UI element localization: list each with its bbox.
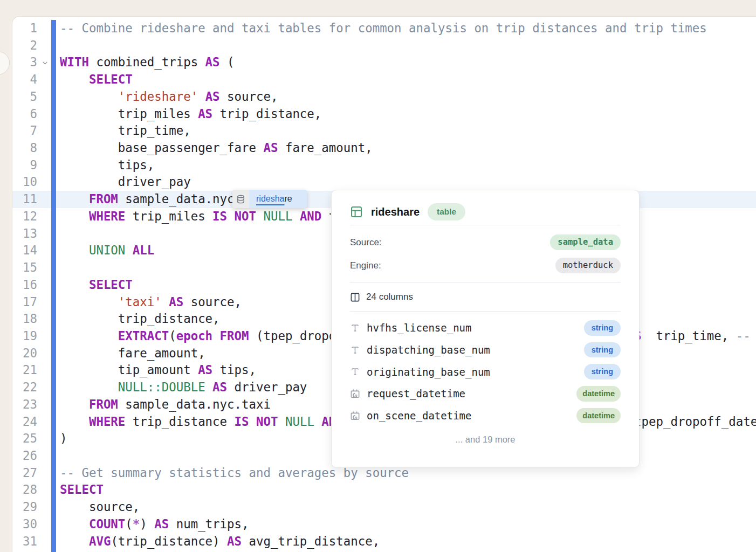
code-line[interactable]: 31 AVG(trip_distance) AS avg_trip_distan… xyxy=(12,533,756,550)
more-columns-label: ... and 19 more xyxy=(350,426,621,452)
text-type-icon xyxy=(350,345,362,355)
code-text: 'rideshare' AS source, xyxy=(60,88,278,106)
line-number: 1 xyxy=(12,20,37,37)
line-number: 14 xyxy=(12,242,37,259)
code-line[interactable]: 7 trip_time, xyxy=(12,122,756,140)
line-number: 28 xyxy=(12,481,37,499)
column-name: dispatching_base_num xyxy=(367,344,490,356)
popup-field-row: Source:sample_data xyxy=(350,231,621,254)
columns-count-row: 24 columns xyxy=(350,283,621,311)
column-row: originating_base_numstring xyxy=(350,361,621,383)
popup-columns: hvfhs_license_numstringdispatching_base_… xyxy=(350,312,621,426)
line-number: 18 xyxy=(12,310,37,328)
code-line[interactable]: 10 driver_pay xyxy=(12,174,756,191)
line-number: 12 xyxy=(12,208,37,225)
line-number: 22 xyxy=(12,379,37,396)
column-type-badge: datetime xyxy=(576,386,621,402)
line-number: 30 xyxy=(12,516,37,533)
columns-count-label: 24 columns xyxy=(366,292,413,302)
code-line[interactable]: 32 AVG(trip_time) AS avg_trip_time, xyxy=(12,550,756,552)
line-number: 10 xyxy=(12,174,37,191)
table-type-badge: table xyxy=(428,203,465,220)
autocomplete-item-rideshare[interactable]: rideshare xyxy=(249,190,307,208)
line-number: 31 xyxy=(12,533,37,550)
autocomplete-match-text: ridesha xyxy=(256,194,284,204)
column-row: hvfhs_license_numstring xyxy=(350,317,621,339)
code-line[interactable]: 3WITH combined_trips AS ( xyxy=(12,54,756,71)
code-line[interactable]: 5 'rideshare' AS source, xyxy=(12,88,756,106)
line-number: 9 xyxy=(12,157,37,174)
code-text: -- Combine rideshare and taxi tables for… xyxy=(60,20,707,37)
code-text: source, xyxy=(60,499,140,516)
code-line[interactable]: 1-- Combine rideshare and taxi tables fo… xyxy=(12,20,756,37)
column-row: dispatching_base_numstring xyxy=(350,339,621,361)
column-name: on_scene_datetime xyxy=(367,410,471,422)
table-info-popup: rideshare table Source:sample_dataEngine… xyxy=(331,190,640,468)
code-line[interactable]: 28SELECT xyxy=(12,481,756,499)
line-number: 13 xyxy=(12,225,37,243)
code-text: driver_pay xyxy=(60,174,191,191)
line-number: 8 xyxy=(12,140,37,157)
column-row: request_datetimedatetime xyxy=(350,383,621,405)
code-text: trip_miles AS trip_distance, xyxy=(60,106,321,123)
popup-header: rideshare table xyxy=(350,199,621,225)
code-line[interactable]: 9 tips, xyxy=(12,157,756,174)
code-text: FROM sample_data.nyc.taxi xyxy=(60,396,271,413)
table-icon xyxy=(350,205,363,218)
fold-chevron-icon[interactable] xyxy=(42,54,49,66)
columns-icon xyxy=(350,292,360,302)
autocomplete-rest-text: re xyxy=(284,194,292,204)
statement-range-indicator xyxy=(51,20,56,552)
code-text: trip_time, xyxy=(60,122,191,140)
field-label: Engine: xyxy=(350,260,381,271)
line-number: 29 xyxy=(12,499,37,516)
code-text: base_passenger_fare AS fare_amount, xyxy=(60,140,373,157)
line-number: 26 xyxy=(12,447,37,465)
code-text: 'taxi' AS source, xyxy=(60,294,242,311)
popup-field-row: Engine:motherduck xyxy=(350,254,621,277)
field-label: Source: xyxy=(350,237,382,248)
popup-fields: Source:sample_dataEngine:motherduck xyxy=(350,225,621,282)
code-text: COUNT(*) AS num_trips, xyxy=(60,516,249,533)
code-text: fare_amount, xyxy=(60,345,205,362)
line-number: 15 xyxy=(12,259,37,277)
line-number: 6 xyxy=(12,106,37,123)
code-text: UNION ALL xyxy=(60,242,154,259)
code-text: tip_amount AS tips, xyxy=(60,362,256,379)
database-icon xyxy=(232,190,249,208)
field-value-badge: motherduck xyxy=(555,258,621,274)
popup-table-title: rideshare xyxy=(371,206,420,218)
line-number: 11 xyxy=(12,191,37,208)
line-number: 32 xyxy=(12,550,37,552)
column-name: hvfhs_license_num xyxy=(367,322,471,334)
code-text: trip_distance, xyxy=(60,310,220,328)
line-number: 23 xyxy=(12,396,37,413)
code-line[interactable]: 6 trip_miles AS trip_distance, xyxy=(12,106,756,123)
autocomplete-dropdown: rideshare xyxy=(232,190,307,208)
column-type-badge: datetime xyxy=(576,408,621,424)
text-type-icon xyxy=(350,367,362,377)
code-text: SELECT xyxy=(60,277,133,294)
app-viewport: 1-- Combine rideshare and taxi tables fo… xyxy=(0,0,756,552)
code-text: AVG(trip_time) AS avg_trip_time, xyxy=(60,550,321,552)
code-line[interactable]: 29 source, xyxy=(12,499,756,516)
code-text: tips, xyxy=(60,157,154,174)
code-line[interactable]: 8 base_passenger_fare AS fare_amount, xyxy=(12,140,756,157)
line-number: 19 xyxy=(12,328,37,345)
code-text: SELECT xyxy=(60,481,104,499)
calendar-clock-icon xyxy=(350,411,362,421)
line-number: 4 xyxy=(12,71,37,88)
line-number: 21 xyxy=(12,362,37,379)
field-value-badge: sample_data xyxy=(550,234,621,251)
line-number: 24 xyxy=(12,413,37,431)
column-type-badge: string xyxy=(584,342,621,358)
line-number: 7 xyxy=(12,122,37,140)
code-text: NULL::DOUBLE AS driver_pay xyxy=(60,379,307,396)
column-type-badge: string xyxy=(584,320,621,336)
code-line[interactable]: 4 SELECT xyxy=(12,71,756,88)
collapsed-panel-handle[interactable] xyxy=(0,51,10,75)
code-line[interactable]: 2 xyxy=(12,37,756,54)
column-name: request_datetime xyxy=(367,388,465,399)
line-number: 3 xyxy=(12,54,37,71)
code-line[interactable]: 30 COUNT(*) AS num_trips, xyxy=(12,516,756,533)
